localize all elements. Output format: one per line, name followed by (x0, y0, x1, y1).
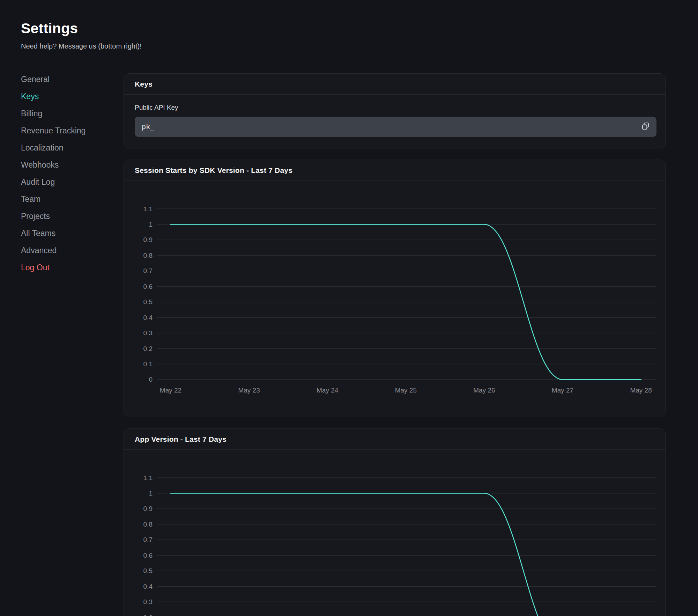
content-column: Keys Public API Key (124, 73, 666, 616)
sidebar-item-revenue-tracking[interactable]: Revenue Tracking (21, 125, 86, 136)
y-tick-label: 0.9 (143, 505, 153, 512)
settings-page: Settings Need help? Message us (bottom r… (0, 0, 698, 616)
app-version-card-header: App Version - Last 7 Days (124, 429, 666, 450)
y-tick-label: 0.4 (143, 583, 153, 590)
x-tick-label: May 24 (317, 387, 339, 394)
session-starts-chart: 1.110.90.80.70.60.50.40.30.20.10May 22Ma… (124, 181, 666, 417)
y-tick-label: 0.8 (143, 252, 153, 259)
y-tick-label: 1 (149, 490, 153, 497)
sidebar-item-log-out[interactable]: Log Out (21, 262, 50, 273)
sidebar-item-advanced[interactable]: Advanced (21, 245, 57, 256)
x-tick-label: May 26 (473, 387, 495, 394)
app-version-card-title: App Version - Last 7 Days (135, 435, 227, 443)
sidebar-item-webhooks[interactable]: Webhooks (21, 160, 59, 170)
copy-icon (641, 122, 650, 132)
sidebar-item-localization[interactable]: Localization (21, 142, 63, 153)
x-tick-label: May 27 (552, 387, 573, 394)
app-version-chart-svg: 1.110.90.80.70.60.50.40.30.20.10May 22Ma… (124, 450, 666, 616)
y-tick-label: 0.2 (143, 614, 153, 616)
y-tick-label: 0.7 (143, 536, 153, 543)
public-api-key-input[interactable] (135, 117, 656, 137)
session-starts-card-title: Session Starts by SDK Version - Last 7 D… (135, 166, 292, 175)
page-title: Settings (21, 20, 142, 37)
sidebar-item-all-teams[interactable]: All Teams (21, 228, 55, 239)
x-tick-label: May 25 (395, 387, 417, 394)
y-tick-label: 0.2 (143, 345, 153, 352)
public-api-key-field (135, 117, 656, 137)
x-tick-label: May 23 (238, 387, 260, 394)
sidebar-item-audit-log[interactable]: Audit Log (21, 177, 55, 187)
y-tick-label: 0.8 (143, 521, 153, 528)
y-tick-label: 0.5 (143, 567, 153, 574)
y-tick-label: 0.7 (143, 267, 153, 274)
keys-card: Keys Public API Key (124, 73, 666, 148)
page-header: Settings Need help? Message us (bottom r… (21, 20, 142, 50)
settings-sidebar: GeneralKeysBillingRevenue TrackingLocali… (21, 74, 108, 279)
copy-api-key-button[interactable] (638, 120, 652, 134)
sidebar-item-team[interactable]: Team (21, 194, 40, 204)
public-api-key-label: Public API Key (135, 104, 656, 111)
keys-card-body: Public API Key (124, 95, 666, 148)
y-tick-label: 0 (149, 376, 153, 383)
y-tick-label: 0.3 (143, 329, 153, 337)
keys-card-header: Keys (124, 74, 666, 95)
y-tick-label: 0.5 (143, 298, 153, 306)
y-tick-label: 0.9 (143, 236, 153, 243)
app-version-card: App Version - Last 7 Days 1.110.90.80.70… (124, 428, 666, 616)
keys-card-title: Keys (135, 80, 153, 88)
x-tick-label: May 22 (160, 387, 181, 394)
y-tick-label: 1.1 (143, 474, 153, 482)
sidebar-item-general[interactable]: General (21, 74, 50, 85)
page-subtitle: Need help? Message us (bottom right)! (21, 42, 142, 50)
sidebar-item-projects[interactable]: Projects (21, 211, 50, 221)
sidebar-item-billing[interactable]: Billing (21, 108, 42, 119)
y-tick-label: 0.6 (143, 552, 153, 559)
y-tick-label: 0.4 (143, 314, 153, 321)
y-tick-label: 1.1 (143, 205, 153, 213)
x-tick-label: May 28 (630, 387, 652, 394)
y-tick-label: 0.3 (143, 598, 153, 606)
session-starts-card: Session Starts by SDK Version - Last 7 D… (124, 160, 666, 417)
y-tick-label: 1 (149, 221, 153, 228)
app-version-line (171, 493, 641, 616)
y-tick-label: 0.6 (143, 283, 153, 290)
y-tick-label: 0.1 (143, 360, 153, 368)
session-starts-chart-svg: 1.110.90.80.70.60.50.40.30.20.10May 22Ma… (124, 181, 666, 417)
session-starts-card-header: Session Starts by SDK Version - Last 7 D… (124, 160, 666, 181)
app-version-chart: 1.110.90.80.70.60.50.40.30.20.10May 22Ma… (124, 450, 666, 616)
sidebar-item-keys[interactable]: Keys (21, 91, 39, 102)
